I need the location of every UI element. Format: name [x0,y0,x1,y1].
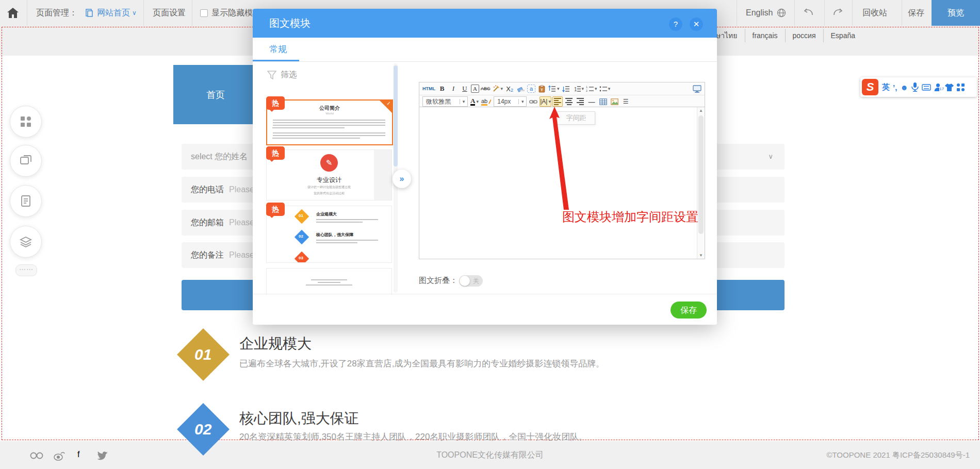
globe-icon[interactable] [777,8,786,20]
select-chevron-icon[interactable]: ∨ [768,144,773,170]
home-icon[interactable] [7,8,19,20]
template-thumb-company-intro[interactable]: ✓ 公司简介 World [266,99,393,145]
bold-button[interactable]: B [437,83,447,94]
name-select-value: select 您的姓名 [191,152,248,161]
dialog-save-button[interactable]: 保存 [671,301,707,319]
tab-general[interactable]: 常规 [269,38,287,61]
redo-icon[interactable] [831,8,844,20]
image-text-module-dialog: 图文模块 ? ✕ 常规 筛选 ✓ 公司简介 World [253,9,717,325]
language-button[interactable]: English [746,0,773,26]
save-button[interactable]: 保存 [908,0,924,26]
preview-screen-button[interactable] [692,83,702,94]
check-icon: ✓ [387,100,391,106]
ime-emoji-icon[interactable]: ☻ [900,83,908,92]
weibo-icon[interactable] [53,450,66,463]
scroll-down-icon[interactable]: ▼ [697,253,705,258]
font-color-button[interactable]: A▾ [469,96,480,107]
paragraph-spacing-button[interactable] [561,83,571,94]
section-01-diamond: 01 [177,328,230,381]
recycle-bin-button[interactable]: 回收站 [862,0,887,26]
sidebar-modules-button[interactable] [10,106,42,138]
toolbar-row-2: 微软雅黑▾ A▾ ab 14px▾ |A|▾ — ☰ [419,95,705,108]
ordered-list-button[interactable]: 1.2.▾ [585,83,598,94]
lang-item-spanish[interactable]: España [824,29,862,42]
format-painter-button[interactable]: ▾ [492,83,504,94]
sidebar-layers-button[interactable] [10,226,42,258]
page-settings-button[interactable]: 页面设置 [153,0,186,26]
more-tools-button[interactable]: ☰ [620,96,631,107]
line-spacing-button[interactable]: ▾ [548,83,560,94]
insert-table-button[interactable] [598,96,608,107]
nav-tab-home[interactable]: 首页 [173,65,258,124]
toggle-knob [460,276,470,286]
italic-button[interactable]: I [448,83,459,94]
filter-label[interactable]: 筛选 [281,70,297,80]
font-border-button[interactable]: A [471,85,479,93]
html-source-button[interactable]: HTML [422,83,436,94]
ime-toolbox-icon[interactable] [957,83,965,91]
ime-mic-icon[interactable] [911,82,919,92]
undo-icon[interactable] [803,8,815,20]
template-thumb-design[interactable]: ✎ 专业设计 设计把一种计划规划设想通过视 觉的形式传达活动过程 [266,149,392,200]
twitter-icon[interactable] [97,451,108,462]
fold-label: 图文折叠： [419,276,458,286]
align-center-button[interactable] [564,96,574,107]
scroll-up-icon[interactable]: ▲ [697,108,705,113]
unordered-list-button[interactable]: ▾ [599,83,611,94]
show-hidden-checkbox[interactable] [200,9,208,17]
strikethrough-button[interactable]: ABC [480,83,491,94]
divider [27,0,27,26]
align-right-button[interactable] [575,96,585,107]
eraser-button[interactable] [516,83,526,94]
sidebar-more-handle[interactable]: ⋯⋯ [15,264,37,276]
fold-toggle[interactable]: 关 [459,275,483,287]
dialog-footer-divider [253,294,717,294]
ime-skin-icon[interactable] [945,83,954,91]
svg-text:T: T [541,87,543,92]
subscript-2: 2 [511,88,513,93]
lang-item-french[interactable]: français [745,29,786,42]
editor-toolbar: HTML B I U A ABC ▾ X2 a T ▾ [419,82,705,107]
link-button[interactable] [528,96,538,107]
editor-content-area[interactable]: ▲ ▼ [419,107,705,259]
underline-button[interactable]: U [460,83,470,94]
align-left-button[interactable] [552,96,563,107]
dialog-header: 图文模块 ? ✕ [253,9,717,38]
editor-scrollbar[interactable]: ▲ ▼ [697,107,705,259]
font-family-select[interactable]: 微软雅黑▾ [422,96,468,107]
charmap-button[interactable]: a [527,85,535,93]
font-size-select[interactable]: 14px▾ [494,96,527,107]
line-height-button[interactable]: 1▾ [573,83,585,94]
insert-image-button[interactable] [609,96,619,107]
preview-button[interactable]: 预览 [932,0,980,26]
current-page-select[interactable]: 网站首页 [97,0,130,26]
note-label: 您的备注 [191,250,224,259]
background-color-button[interactable]: ab [481,96,492,107]
thumb1-title: 公司简介 [267,105,392,112]
footer-copyright: ©TOOPONE 2021 粤ICP备25030849号-1 [826,441,970,469]
share-links-icon[interactable] [30,451,43,462]
sogou-logo-icon[interactable]: S [862,79,878,95]
paste-button[interactable]: T [536,83,547,94]
horizontal-rule-button[interactable]: — [586,96,597,107]
scrollbar-thumb[interactable] [394,65,398,166]
chevron-down-icon[interactable]: ∨ [132,0,137,26]
subscript-button[interactable]: X2 [504,83,515,94]
ime-mode-button[interactable]: 英 [882,82,890,92]
letter-spacing-button[interactable]: |A|▾ [540,96,551,107]
help-button[interactable]: ? [669,18,682,31]
template-thumb-logo[interactable] [266,268,392,295]
template-thumb-numbered-list[interactable]: 01 企业规模大 02 核心团队，强大保障 03 [266,206,392,263]
template-panel: 筛选 ✓ 公司简介 World 热 ✎ 专业设计 设计把一种计划规划设想通过视 … [253,61,400,295]
collapse-panel-button[interactable]: » [393,170,411,188]
editor-scrollbar-thumb[interactable] [698,115,704,234]
ime-punct-button[interactable]: ’, [893,83,897,92]
sidebar-banner-button[interactable] [10,145,42,177]
ime-keyboard-icon[interactable] [922,84,931,91]
close-button[interactable]: ✕ [690,18,703,31]
ime-account-icon[interactable]: 17 [934,83,942,91]
facebook-icon[interactable]: f [77,450,79,459]
sidebar-page-button[interactable] [10,185,42,217]
lang-item-russian[interactable]: россия [786,29,824,42]
letter-spacing-glyph: |A| [540,98,547,105]
